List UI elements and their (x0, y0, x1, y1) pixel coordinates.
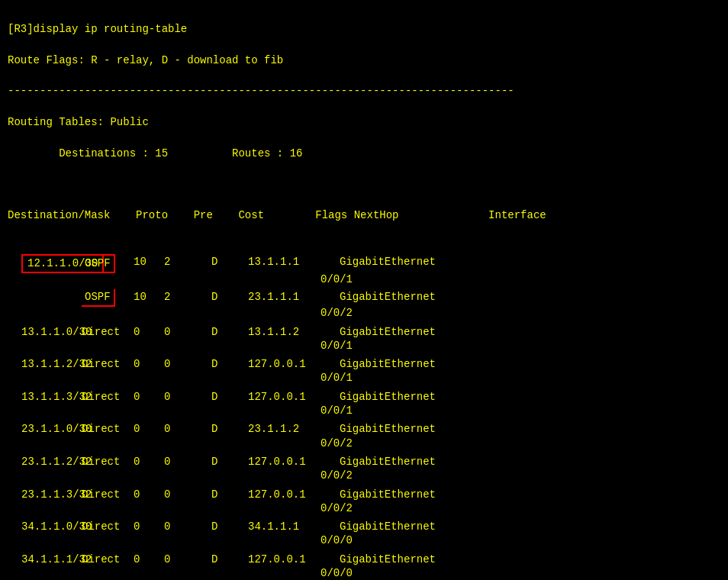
route-row-6-iface: 0/0/2 (15, 468, 713, 483)
route-table: 12.1.1.0/30 OSPF 10 2 D 13.1.1.1 Gigabit… (8, 254, 720, 580)
route-row-6: 23.1.1.2/32 Direct 0 0 D 127.0.0.1 Gigab… (15, 454, 713, 469)
route-row-2: 13.1.1.0/30 Direct 0 0 D 13.1.1.2 Gigabi… (15, 324, 713, 340)
route-row-7-iface: 0/0/2 (15, 501, 713, 516)
flags-line: Route Flags: R - relay, D - download to … (8, 54, 283, 66)
divider: ----------------------------------------… (8, 85, 514, 97)
route-row-4: 13.1.1.3/32 Direct 0 0 D 127.0.0.1 Gigab… (15, 389, 713, 404)
route-row-9: 34.1.1.1/32 Direct 0 0 D 127.0.0.1 Gigab… (15, 552, 713, 567)
route-row-4-iface: 0/0/1 (15, 403, 713, 418)
route-row-1b: 12.1.1.0/30 OSPF 10 2 D 23.1.1.1 Gigabit… (15, 289, 713, 308)
prompt-line: [R3]display ip routing-table (8, 23, 187, 35)
route-row-5: 23.1.1.0/30 Direct 0 0 D 23.1.1.2 Gigabi… (15, 421, 713, 437)
highlight-box-1b-proto: OSPF (82, 289, 115, 308)
destinations-label: Destinations : 15 Routes : 16 (8, 147, 302, 160)
highlight-box-1-proto: OSPF (82, 254, 115, 274)
route-row-8-iface: 0/0/0 (15, 533, 713, 548)
route-row-8: 34.1.1.0/30 Direct 0 0 D 34.1.1.1 Gigabi… (15, 519, 713, 534)
route-row-5-iface: 0/0/2 (15, 436, 713, 451)
route-row-1b-iface: 0/0/2 (15, 305, 713, 321)
route-row-1: 12.1.1.0/30 OSPF 10 2 D 13.1.1.1 Gigabit… (15, 254, 713, 274)
route-row-1-iface: 0/0/1 (15, 272, 713, 287)
route-row-7: 23.1.1.3/32 Direct 0 0 D 127.0.0.1 Gigab… (15, 487, 713, 502)
route-row-9-iface: 0/0/0 (15, 566, 713, 580)
route-row-2-iface: 0/0/1 (15, 338, 713, 353)
col-headers: Destination/Mask Proto Pre Cost Flags Ne… (8, 209, 546, 221)
routing-tables-label: Routing Tables: Public (8, 116, 149, 128)
route-row-3-iface: 0/0/1 (15, 370, 713, 385)
route-row-3: 13.1.1.2/32 Direct 0 0 D 127.0.0.1 Gigab… (15, 356, 713, 372)
terminal-window: [R3]display ip routing-table Route Flags… (8, 6, 720, 254)
